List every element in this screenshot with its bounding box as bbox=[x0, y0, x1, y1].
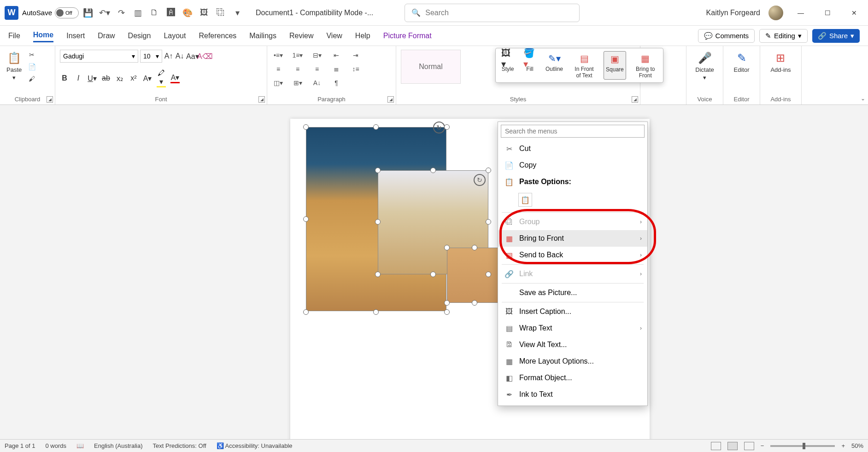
tab-layout[interactable]: Layout bbox=[164, 30, 186, 42]
undo-icon[interactable]: ↶▾ bbox=[99, 7, 110, 18]
editor-button[interactable]: ✎ Editor bbox=[732, 50, 751, 74]
italic-button[interactable]: I bbox=[74, 74, 83, 82]
cut-icon[interactable]: ✂ bbox=[26, 50, 37, 60]
paste-button[interactable]: 📋 Paste ▾ bbox=[5, 50, 23, 82]
selection-handle[interactable] bbox=[486, 272, 491, 277]
show-marks-icon[interactable]: ¶ bbox=[330, 77, 343, 88]
dialog-launcher-icon[interactable]: ◢ bbox=[632, 96, 638, 103]
style-normal[interactable]: Normal bbox=[401, 50, 461, 84]
selection-handle[interactable] bbox=[472, 300, 477, 306]
group-icon[interactable]: ⿻ bbox=[215, 7, 226, 18]
format-painter-icon[interactable]: 🖌 bbox=[26, 74, 37, 84]
sort-icon[interactable]: A↓ bbox=[311, 77, 323, 88]
color-icon[interactable]: 🎨 bbox=[182, 7, 193, 18]
menu-wrap-text[interactable]: ▤ Wrap Text › bbox=[498, 320, 647, 336]
text-predictions[interactable]: Text Predictions: Off bbox=[153, 442, 206, 449]
accessibility-indicator[interactable]: ♿ Accessibility: Unavailable bbox=[217, 442, 293, 449]
editing-mode-button[interactable]: ✎ Editing ▾ bbox=[759, 29, 808, 43]
redo-icon[interactable]: ↷ bbox=[116, 7, 127, 18]
qat-more-icon[interactable]: ▾ bbox=[232, 7, 243, 18]
menu-search-input[interactable] bbox=[501, 125, 645, 138]
minimize-icon[interactable]: — bbox=[792, 6, 810, 20]
multilevel-icon[interactable]: ⊟▾ bbox=[311, 50, 323, 61]
font-size-select[interactable]: 10▾ bbox=[140, 50, 162, 63]
page-indicator[interactable]: Page 1 of 1 bbox=[5, 442, 35, 449]
search-input[interactable] bbox=[425, 9, 573, 17]
align-right-icon[interactable]: ≡ bbox=[311, 64, 323, 75]
menu-bring-to-front[interactable]: ▦ Bring to Front › bbox=[498, 230, 647, 247]
rotate-handle-icon[interactable]: ↻ bbox=[433, 122, 445, 133]
dictate-button[interactable]: 🎤 Dictate ▾ bbox=[693, 50, 716, 82]
menu-search[interactable] bbox=[501, 125, 645, 138]
focus-view-icon[interactable] bbox=[711, 442, 721, 450]
clear-format-icon[interactable]: A⌫ bbox=[197, 52, 206, 61]
menu-send-to-back[interactable]: ▧ Send to Back › bbox=[498, 247, 647, 263]
share-button[interactable]: 🔗 Share ▾ bbox=[812, 29, 860, 43]
menu-view-alt-text[interactable]: 🖺 View Alt Text... bbox=[498, 336, 647, 353]
tab-file[interactable]: File bbox=[8, 30, 20, 42]
line-spacing-icon[interactable]: ↕≡ bbox=[349, 64, 362, 75]
addins-button[interactable]: ⊞ Add-ins bbox=[768, 50, 792, 74]
underline-button[interactable]: U▾ bbox=[88, 74, 97, 83]
tab-insert[interactable]: Insert bbox=[66, 30, 85, 42]
increase-indent-icon[interactable]: ⇥ bbox=[349, 50, 362, 61]
strike-button[interactable]: ab bbox=[101, 74, 111, 82]
tab-review[interactable]: Review bbox=[289, 30, 313, 42]
zoom-slider[interactable] bbox=[770, 445, 835, 447]
tab-references[interactable]: References bbox=[199, 30, 236, 42]
change-case-icon[interactable]: Aa▾ bbox=[186, 52, 195, 61]
zoom-out-icon[interactable]: − bbox=[761, 442, 764, 449]
selection-handle[interactable] bbox=[444, 245, 450, 250]
selection-handle[interactable] bbox=[303, 124, 309, 130]
copy-icon[interactable]: 📄 bbox=[26, 62, 37, 72]
highlight-icon[interactable]: 🖍▾ bbox=[157, 69, 166, 87]
picture-style-button[interactable]: 🖼▾Style bbox=[499, 51, 516, 80]
tab-view[interactable]: View bbox=[326, 30, 342, 42]
bullets-icon[interactable]: •≡▾ bbox=[272, 50, 285, 61]
textbox-icon[interactable]: 🅰 bbox=[165, 7, 176, 18]
user-name[interactable]: Kaitlyn Forgeard bbox=[706, 9, 760, 17]
selection-handle[interactable] bbox=[472, 245, 477, 250]
selection-handle[interactable] bbox=[430, 168, 436, 173]
selection-handle[interactable] bbox=[444, 124, 450, 130]
zoom-thumb[interactable] bbox=[803, 443, 805, 449]
align-center-icon[interactable]: ≡ bbox=[291, 64, 304, 75]
selection-handle[interactable] bbox=[444, 300, 450, 306]
selection-handle[interactable] bbox=[444, 309, 450, 315]
subscript-button[interactable]: x₂ bbox=[115, 74, 124, 83]
selection-handle[interactable] bbox=[375, 272, 381, 277]
close-icon[interactable]: ✕ bbox=[845, 6, 863, 20]
dialog-launcher-icon[interactable]: ◢ bbox=[258, 96, 265, 103]
comments-button[interactable]: 💬 Comments bbox=[698, 29, 755, 43]
dialog-launcher-icon[interactable]: ◢ bbox=[387, 96, 394, 103]
menu-ink-to-text[interactable]: ✒ Ink to Text bbox=[498, 386, 647, 403]
in-front-of-text-button[interactable]: ▤In Front of Text bbox=[570, 51, 598, 80]
dialog-launcher-icon[interactable]: ◢ bbox=[47, 96, 53, 103]
qat-btn-1-icon[interactable]: ▥ bbox=[132, 7, 143, 18]
tab-draw[interactable]: Draw bbox=[98, 30, 115, 42]
superscript-button[interactable]: x² bbox=[129, 74, 138, 82]
tab-mailings[interactable]: Mailings bbox=[249, 30, 276, 42]
selection-handle[interactable] bbox=[486, 168, 491, 173]
tab-picture-format[interactable]: Picture Format bbox=[383, 30, 432, 42]
selection-handle[interactable] bbox=[375, 168, 381, 173]
collapse-ribbon-icon[interactable]: ⌄ bbox=[861, 95, 865, 102]
selection-handle[interactable] bbox=[303, 216, 309, 222]
picture-outline-button[interactable]: ✎▾Outline bbox=[544, 51, 565, 80]
wrap-square-button[interactable]: ▣Square bbox=[604, 51, 626, 80]
autosave-control[interactable]: AutoSave Off bbox=[22, 7, 79, 18]
selection-handle[interactable] bbox=[373, 309, 379, 315]
picture-3[interactable] bbox=[447, 248, 502, 303]
shading-icon[interactable]: ◫▾ bbox=[272, 77, 285, 88]
align-left-icon[interactable]: ≡ bbox=[272, 64, 285, 75]
bold-button[interactable]: B bbox=[60, 74, 69, 82]
menu-insert-caption[interactable]: 🖼 Insert Caption... bbox=[498, 303, 647, 320]
maximize-icon[interactable]: ☐ bbox=[818, 6, 837, 20]
new-doc-icon[interactable]: 🗋 bbox=[149, 7, 160, 18]
shrink-font-icon[interactable]: A↓ bbox=[175, 52, 184, 60]
menu-cut[interactable]: ✂ Cut bbox=[498, 140, 647, 157]
save-icon[interactable]: 💾 bbox=[82, 7, 94, 18]
zoom-level[interactable]: 50% bbox=[851, 442, 863, 449]
bring-to-front-button[interactable]: ▦Bring to Front bbox=[632, 51, 659, 80]
zoom-in-icon[interactable]: + bbox=[841, 442, 845, 449]
